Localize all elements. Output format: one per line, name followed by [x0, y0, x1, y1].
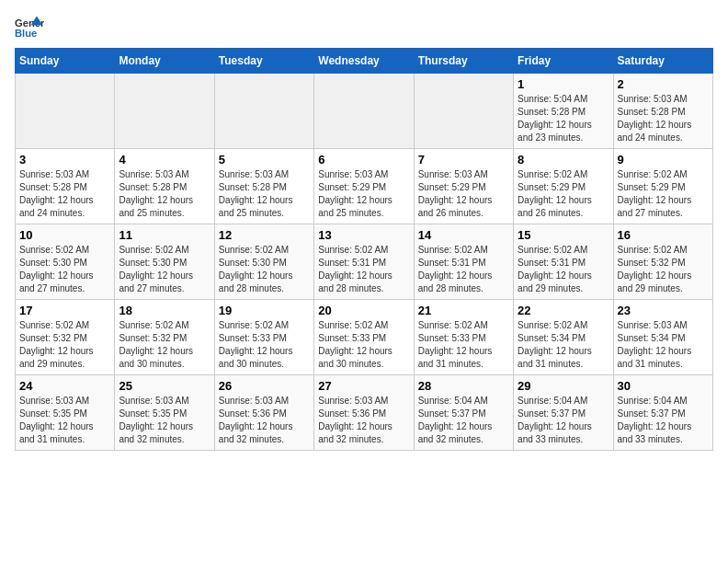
weekday-header: Saturday: [613, 49, 712, 74]
day-info: Sunrise: 5:04 AM Sunset: 5:28 PM Dayligh…: [518, 93, 609, 144]
day-info: Sunrise: 5:02 AM Sunset: 5:29 PM Dayligh…: [518, 168, 609, 220]
calendar-cell: 26Sunrise: 5:03 AM Sunset: 5:36 PM Dayli…: [214, 375, 313, 451]
calendar-cell: 14Sunrise: 5:02 AM Sunset: 5:31 PM Dayli…: [414, 224, 513, 300]
logo-icon: General Blue: [15, 15, 44, 40]
calendar-cell: [214, 74, 313, 149]
calendar-cell: 20Sunrise: 5:02 AM Sunset: 5:33 PM Dayli…: [314, 300, 414, 375]
calendar-cell: 16Sunrise: 5:02 AM Sunset: 5:32 PM Dayli…: [613, 224, 712, 300]
day-info: Sunrise: 5:02 AM Sunset: 5:30 PM Dayligh…: [19, 244, 110, 295]
calendar-week-row: 1Sunrise: 5:04 AM Sunset: 5:28 PM Daylig…: [16, 74, 713, 149]
day-info: Sunrise: 5:02 AM Sunset: 5:31 PM Dayligh…: [318, 244, 409, 295]
day-number: 1: [518, 77, 609, 91]
day-info: Sunrise: 5:03 AM Sunset: 5:28 PM Dayligh…: [219, 168, 310, 220]
calendar-cell: [414, 74, 513, 149]
calendar-cell: 19Sunrise: 5:02 AM Sunset: 5:33 PM Dayli…: [214, 300, 313, 375]
day-number: 30: [618, 379, 709, 393]
calendar-cell: 24Sunrise: 5:03 AM Sunset: 5:35 PM Dayli…: [16, 375, 115, 451]
day-number: 2: [618, 77, 709, 91]
day-number: 7: [418, 153, 509, 167]
calendar-cell: [16, 74, 115, 149]
calendar-cell: 1Sunrise: 5:04 AM Sunset: 5:28 PM Daylig…: [514, 74, 613, 149]
day-number: 24: [19, 379, 110, 393]
day-info: Sunrise: 5:03 AM Sunset: 5:35 PM Dayligh…: [119, 395, 210, 446]
calendar-cell: 25Sunrise: 5:03 AM Sunset: 5:35 PM Dayli…: [115, 375, 214, 451]
weekday-header: Wednesday: [314, 49, 414, 74]
calendar-cell: 4Sunrise: 5:03 AM Sunset: 5:28 PM Daylig…: [115, 149, 214, 224]
day-number: 27: [318, 379, 409, 393]
day-number: 16: [618, 228, 709, 242]
day-info: Sunrise: 5:02 AM Sunset: 5:33 PM Dayligh…: [318, 319, 409, 371]
day-number: 10: [19, 228, 110, 242]
calendar-cell: 22Sunrise: 5:02 AM Sunset: 5:34 PM Dayli…: [514, 300, 613, 375]
day-info: Sunrise: 5:02 AM Sunset: 5:33 PM Dayligh…: [219, 319, 310, 371]
day-number: 26: [219, 379, 310, 393]
day-number: 12: [219, 228, 310, 242]
day-number: 20: [318, 304, 409, 317]
day-number: 15: [518, 228, 609, 242]
svg-text:Blue: Blue: [15, 28, 37, 39]
day-number: 18: [119, 304, 210, 317]
day-info: Sunrise: 5:04 AM Sunset: 5:37 PM Dayligh…: [418, 395, 509, 446]
calendar-cell: 27Sunrise: 5:03 AM Sunset: 5:36 PM Dayli…: [314, 375, 414, 451]
calendar-cell: 12Sunrise: 5:02 AM Sunset: 5:30 PM Dayli…: [214, 224, 313, 300]
day-number: 8: [518, 153, 609, 167]
calendar-cell: 13Sunrise: 5:02 AM Sunset: 5:31 PM Dayli…: [314, 224, 414, 300]
day-number: 22: [518, 304, 609, 317]
day-info: Sunrise: 5:02 AM Sunset: 5:31 PM Dayligh…: [418, 244, 509, 295]
day-number: 25: [119, 379, 210, 393]
calendar-cell: 10Sunrise: 5:02 AM Sunset: 5:30 PM Dayli…: [16, 224, 115, 300]
day-info: Sunrise: 5:03 AM Sunset: 5:28 PM Dayligh…: [119, 168, 210, 220]
calendar-cell: 28Sunrise: 5:04 AM Sunset: 5:37 PM Dayli…: [414, 375, 513, 451]
day-info: Sunrise: 5:02 AM Sunset: 5:30 PM Dayligh…: [219, 244, 310, 295]
day-number: 23: [618, 304, 709, 317]
calendar-cell: 5Sunrise: 5:03 AM Sunset: 5:28 PM Daylig…: [214, 149, 313, 224]
day-number: 3: [19, 153, 110, 167]
day-info: Sunrise: 5:03 AM Sunset: 5:29 PM Dayligh…: [318, 168, 409, 220]
weekday-header: Sunday: [16, 49, 115, 74]
calendar-week-row: 24Sunrise: 5:03 AM Sunset: 5:35 PM Dayli…: [16, 375, 713, 451]
day-number: 28: [418, 379, 509, 393]
calendar-cell: [314, 74, 414, 149]
day-info: Sunrise: 5:02 AM Sunset: 5:29 PM Dayligh…: [618, 168, 709, 220]
calendar-cell: 30Sunrise: 5:04 AM Sunset: 5:37 PM Dayli…: [613, 375, 712, 451]
weekday-header: Thursday: [414, 49, 513, 74]
calendar-week-row: 3Sunrise: 5:03 AM Sunset: 5:28 PM Daylig…: [16, 149, 713, 224]
calendar-week-row: 10Sunrise: 5:02 AM Sunset: 5:30 PM Dayli…: [16, 224, 713, 300]
calendar-cell: 17Sunrise: 5:02 AM Sunset: 5:32 PM Dayli…: [16, 300, 115, 375]
calendar-week-row: 17Sunrise: 5:02 AM Sunset: 5:32 PM Dayli…: [16, 300, 713, 375]
day-info: Sunrise: 5:02 AM Sunset: 5:33 PM Dayligh…: [418, 319, 509, 371]
day-info: Sunrise: 5:02 AM Sunset: 5:30 PM Dayligh…: [119, 244, 210, 295]
calendar-cell: 9Sunrise: 5:02 AM Sunset: 5:29 PM Daylig…: [613, 149, 712, 224]
day-info: Sunrise: 5:03 AM Sunset: 5:29 PM Dayligh…: [418, 168, 509, 220]
calendar-cell: 8Sunrise: 5:02 AM Sunset: 5:29 PM Daylig…: [514, 149, 613, 224]
day-info: Sunrise: 5:03 AM Sunset: 5:34 PM Dayligh…: [618, 319, 709, 371]
calendar-cell: 21Sunrise: 5:02 AM Sunset: 5:33 PM Dayli…: [414, 300, 513, 375]
calendar-cell: 15Sunrise: 5:02 AM Sunset: 5:31 PM Dayli…: [514, 224, 613, 300]
calendar-cell: 7Sunrise: 5:03 AM Sunset: 5:29 PM Daylig…: [414, 149, 513, 224]
calendar-cell: 2Sunrise: 5:03 AM Sunset: 5:28 PM Daylig…: [613, 74, 712, 149]
day-info: Sunrise: 5:04 AM Sunset: 5:37 PM Dayligh…: [518, 395, 609, 446]
day-number: 17: [19, 304, 110, 317]
weekday-header: Friday: [514, 49, 613, 74]
weekday-header: Monday: [115, 49, 214, 74]
calendar-cell: 29Sunrise: 5:04 AM Sunset: 5:37 PM Dayli…: [514, 375, 613, 451]
day-info: Sunrise: 5:02 AM Sunset: 5:31 PM Dayligh…: [518, 244, 609, 295]
day-info: Sunrise: 5:02 AM Sunset: 5:34 PM Dayligh…: [518, 319, 609, 371]
day-info: Sunrise: 5:03 AM Sunset: 5:36 PM Dayligh…: [219, 395, 310, 446]
day-number: 11: [119, 228, 210, 242]
day-info: Sunrise: 5:03 AM Sunset: 5:35 PM Dayligh…: [19, 395, 110, 446]
calendar-cell: [115, 74, 214, 149]
calendar-cell: 3Sunrise: 5:03 AM Sunset: 5:28 PM Daylig…: [16, 149, 115, 224]
day-info: Sunrise: 5:03 AM Sunset: 5:36 PM Dayligh…: [318, 395, 409, 446]
calendar-cell: 6Sunrise: 5:03 AM Sunset: 5:29 PM Daylig…: [314, 149, 414, 224]
day-number: 19: [219, 304, 310, 317]
day-number: 4: [119, 153, 210, 167]
calendar-cell: 11Sunrise: 5:02 AM Sunset: 5:30 PM Dayli…: [115, 224, 214, 300]
day-number: 21: [418, 304, 509, 317]
day-number: 5: [219, 153, 310, 167]
calendar-cell: 18Sunrise: 5:02 AM Sunset: 5:32 PM Dayli…: [115, 300, 214, 375]
day-info: Sunrise: 5:04 AM Sunset: 5:37 PM Dayligh…: [618, 395, 709, 446]
day-info: Sunrise: 5:02 AM Sunset: 5:32 PM Dayligh…: [618, 244, 709, 295]
calendar-body: 1Sunrise: 5:04 AM Sunset: 5:28 PM Daylig…: [16, 74, 713, 451]
day-info: Sunrise: 5:02 AM Sunset: 5:32 PM Dayligh…: [119, 319, 210, 371]
